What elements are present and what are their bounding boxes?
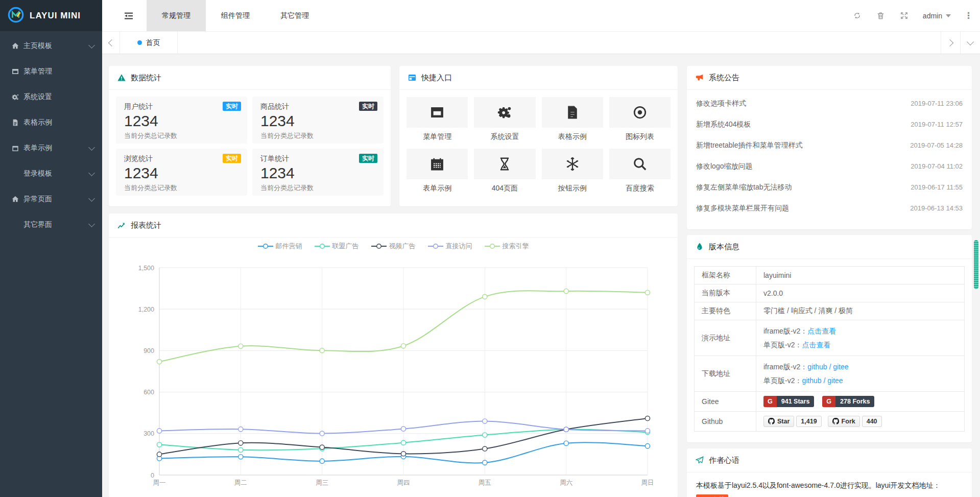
author-line1: 本模板基于layui2.5.4以及font-awesome-4.7.0进行实现。…: [696, 481, 940, 489]
quick-item-4[interactable]: 图标列表: [609, 97, 671, 141]
tab-home[interactable]: 首页: [120, 32, 178, 54]
legend-item-1[interactable]: 邮件营销: [258, 242, 302, 251]
version-card-header: 版本信息: [687, 235, 972, 259]
github-fork-widget[interactable]: Fork440: [828, 416, 882, 427]
link-gitee[interactable]: gitee: [827, 376, 843, 385]
stat-box-3: 浏览统计 1234 当前分类总记录数 实时: [116, 149, 247, 196]
more-options-icon[interactable]: ⋮: [964, 11, 973, 20]
gears-icon: [11, 93, 23, 101]
link-gitee[interactable]: gitee: [833, 363, 848, 371]
version-row-5: 下载地址iframe版-v2：github / gitee单页版-v2：gith…: [695, 356, 965, 392]
nav-tab-2[interactable]: 组件管理: [206, 0, 265, 31]
sidebar-menu: 主页模板 菜单管理 系统设置 表格示例 表单示例 登录模板 异常页面 其它界面: [0, 33, 102, 238]
stats-card: 数据统计 用户统计 1234 当前分类总记录数 实时商品统计 1234 当前分类…: [109, 66, 391, 206]
logo[interactable]: LAYUI MINI: [0, 0, 102, 31]
sidebar-item-5[interactable]: 表单示例: [0, 135, 102, 161]
scrollbar-thumb[interactable]: [974, 240, 978, 289]
author-card: 作者心语 本模板基于layui2.5.4以及font-awesome-4.7.0…: [687, 448, 972, 497]
legend-item-5[interactable]: 搜索引擎: [485, 242, 529, 251]
author-card-header: 作者心语: [687, 448, 972, 472]
top-header: 常规管理组件管理其它管理 admin ⋮: [102, 0, 980, 32]
quick-item-5[interactable]: 表单示例: [407, 149, 468, 193]
active-tab-dot: [137, 40, 142, 45]
refresh-icon[interactable]: [852, 11, 863, 21]
report-card: 报表统计 邮件营销 联盟广告 视频广告 直接访问 搜索引擎 0300600900…: [109, 214, 678, 497]
legend-item-2[interactable]: 联盟广告: [315, 242, 359, 251]
dot-circle-icon: [609, 97, 671, 128]
tabs-scroll-left[interactable]: [102, 32, 120, 54]
report-card-title: 报表统计: [131, 221, 161, 230]
sidebar-item-2[interactable]: 菜单管理: [0, 59, 102, 84]
version-row-1: 框架名称layuimini: [695, 267, 965, 285]
chevron-down-icon: [88, 221, 95, 227]
author-text: 本模板基于layui2.5.4以及font-awesome-4.7.0进行实现。…: [687, 472, 972, 497]
sidebar-item-8[interactable]: 其它界面: [0, 212, 102, 238]
gitee-badge[interactable]: G941 Stars: [763, 396, 814, 407]
realtime-badge: 实时: [223, 102, 241, 111]
link-点击查看[interactable]: 点击查看: [807, 327, 836, 335]
quick-item-7[interactable]: 按钮示例: [542, 149, 603, 193]
clear-cache-icon[interactable]: [876, 11, 886, 21]
svg-text:300: 300: [144, 430, 154, 437]
link-github[interactable]: github: [802, 376, 821, 385]
gitee-badge[interactable]: G278 Forks: [822, 396, 874, 407]
sidebar-item-7[interactable]: 异常页面: [0, 186, 102, 212]
snowflake-icon: [542, 149, 603, 179]
collapse-sidebar-icon[interactable]: [118, 0, 139, 31]
version-card-title: 版本信息: [709, 242, 739, 252]
chart-legend: 邮件营销 联盟广告 视频广告 直接访问 搜索引擎: [109, 242, 678, 251]
layui-doc-badge[interactable]: layui文档: [696, 494, 728, 497]
app-window: LAYUI MINI 主页模板 菜单管理 系统设置 表格示例 表单示例 登录模板…: [0, 0, 980, 497]
sidebar-item-6[interactable]: 登录模板: [0, 161, 102, 186]
sidebar-item-3[interactable]: 系统设置: [0, 84, 102, 110]
stats-grid: 用户统计 1234 当前分类总记录数 实时商品统计 1234 当前分类总记录数 …: [109, 90, 391, 202]
version-card: 版本信息 框架名称layuimini当前版本v2.0.0主要特色零门槛 / 响应…: [687, 235, 972, 442]
quick-item-2[interactable]: 系统设置: [474, 97, 535, 141]
svg-text:900: 900: [144, 347, 154, 354]
window-icon: [407, 97, 468, 128]
sidebar-item-4[interactable]: 表格示例: [0, 110, 102, 135]
svg-text:1,500: 1,500: [138, 265, 154, 272]
svg-text:周三: 周三: [316, 479, 328, 486]
megaphone-icon: [695, 73, 704, 82]
nav-tab-1[interactable]: 常规管理: [147, 0, 206, 31]
notice-card-header: 系统公告: [687, 66, 972, 90]
sidebar-item-1[interactable]: 主页模板: [0, 33, 102, 59]
line-chart-icon: [117, 221, 126, 230]
calendar-icon: [407, 149, 468, 179]
link-点击查看[interactable]: 点击查看: [802, 341, 830, 349]
gears-icon: [474, 97, 535, 128]
header-toolbar: admin ⋮: [852, 0, 973, 31]
search-icon: [609, 149, 671, 179]
app-title: LAYUI MINI: [30, 11, 81, 21]
stat-box-1: 用户统计 1234 当前分类总记录数 实时: [116, 97, 247, 144]
github-star-widget[interactable]: Star1,419: [763, 416, 822, 427]
file-icon: [542, 97, 603, 128]
quick-card-header: 快捷入口: [399, 66, 678, 90]
tabs-menu-toggle[interactable]: [960, 32, 980, 54]
realtime-badge: 实时: [359, 154, 377, 163]
ink-drop-icon: [695, 242, 704, 251]
quick-item-6[interactable]: 404页面: [474, 149, 535, 193]
tabs-scroll-right[interactable]: [941, 32, 961, 54]
nav-tab-3[interactable]: 其它管理: [265, 0, 324, 31]
quick-item-1[interactable]: 菜单管理: [407, 97, 468, 141]
user-menu[interactable]: admin: [923, 12, 951, 20]
legend-item-3[interactable]: 视频广告: [371, 242, 416, 251]
notice-card: 系统公告 修改选项卡样式 2019-07-11 23:06新增系统404模板 2…: [687, 66, 972, 229]
svg-text:周六: 周六: [560, 479, 572, 486]
version-table-wrap: 框架名称layuimini当前版本v2.0.0主要特色零门槛 / 响应式 / 清…: [687, 259, 972, 439]
version-row-4: 演示地址iframe版-v2：点击查看单页版-v2：点击查看: [695, 320, 965, 356]
home-icon: [11, 42, 23, 50]
version-row-2: 当前版本v2.0.0: [695, 285, 965, 302]
snowflake-icon: [11, 221, 23, 229]
file-icon: [11, 119, 23, 127]
link-github[interactable]: github: [807, 363, 827, 371]
username: admin: [923, 12, 942, 20]
legend-item-4[interactable]: 直接访问: [428, 242, 472, 251]
stats-card-header: 数据统计: [109, 66, 391, 90]
quick-item-3[interactable]: 表格示例: [542, 97, 603, 141]
notice-row-2: 新增系统404模板 2019-07-11 12:57: [696, 114, 963, 135]
quick-item-8[interactable]: 百度搜索: [609, 149, 671, 193]
fullscreen-icon[interactable]: [899, 11, 910, 21]
